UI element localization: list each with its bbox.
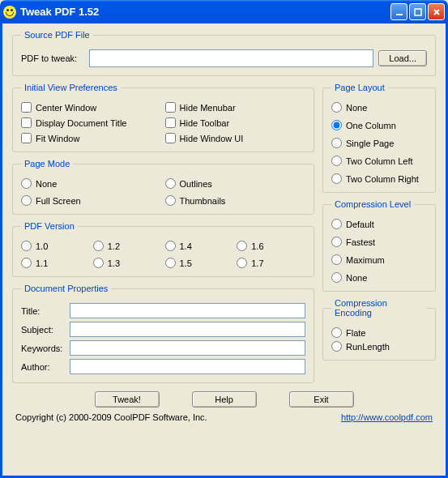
source-legend: Source PDF File <box>21 30 93 40</box>
svg-rect-0 <box>396 14 403 15</box>
hide-menubar-check[interactable]: Hide Menubar <box>165 102 306 113</box>
compression-encoding-legend: Compression Encoding <box>331 298 427 318</box>
action-buttons: Tweak! Help Exit <box>12 391 436 408</box>
svg-rect-1 <box>415 9 421 15</box>
pdf-version-fieldset: PDF Version 1.0 1.2 1.4 1.6 1.1 1.3 1.5 … <box>12 221 314 277</box>
window-title: Tweak PDF 1.52 <box>20 6 390 18</box>
author-input[interactable] <box>70 359 305 374</box>
display-doc-title-checkbox[interactable] <box>21 117 32 128</box>
title-bar: Tweak PDF 1.52 <box>0 0 448 23</box>
hide-menubar-checkbox[interactable] <box>165 102 176 113</box>
pdf-version-14[interactable]: 1.4 <box>165 241 234 251</box>
keywords-label: Keywords: <box>21 344 66 353</box>
pdf-path-input[interactable] <box>89 49 373 67</box>
doc-props-legend: Document Properties <box>21 284 111 293</box>
fit-window-checkbox[interactable] <box>21 133 32 143</box>
page-mode-outlines[interactable]: Outlines <box>165 178 306 189</box>
compression-level-fieldset: Compression Level Default Fastest Maximu… <box>322 199 436 292</box>
display-doc-title-check[interactable]: Display Document Title <box>21 117 162 128</box>
website-link[interactable]: http://www.coolpdf.com <box>341 412 433 422</box>
content-area: Source PDF File PDF to tweak: Load... In… <box>0 23 448 478</box>
source-fieldset: Source PDF File PDF to tweak: Load... <box>12 30 436 76</box>
pdf-version-17[interactable]: 1.7 <box>237 258 305 268</box>
subject-label: Subject: <box>21 325 66 335</box>
hide-window-ui-checkbox[interactable] <box>165 133 176 143</box>
window-buttons <box>390 3 445 20</box>
page-layout-two-right[interactable]: Two Column Right <box>331 173 427 184</box>
pdf-to-tweak-label: PDF to tweak: <box>21 53 84 63</box>
help-button[interactable]: Help <box>192 391 257 408</box>
app-icon <box>3 6 16 19</box>
center-window-check[interactable]: Center Window <box>21 102 162 113</box>
subject-input[interactable] <box>70 322 305 337</box>
page-mode-thumbnails[interactable]: Thumbnails <box>165 195 306 206</box>
close-button[interactable] <box>428 3 445 20</box>
fit-window-check[interactable]: Fit Window <box>21 133 162 143</box>
copyright-text: Copyright (c) 2000-2009 CoolPDF Software… <box>15 412 207 422</box>
initial-view-fieldset: Initial View Preferences Center Window H… <box>12 83 314 152</box>
page-mode-fieldset: Page Mode None Outlines Full Screen Thum… <box>12 159 314 215</box>
comp-enc-flate[interactable]: Flate <box>331 327 427 338</box>
pdf-version-15[interactable]: 1.5 <box>165 258 234 268</box>
title-label: Title: <box>21 306 66 316</box>
keywords-input[interactable] <box>70 340 305 356</box>
hide-toolbar-check[interactable]: Hide Toolbar <box>165 117 306 128</box>
pdf-version-11[interactable]: 1.1 <box>21 258 90 268</box>
doc-props-fieldset: Document Properties Title: Subject: Keyw… <box>12 284 314 383</box>
page-mode-fullscreen[interactable]: Full Screen <box>21 195 162 206</box>
comp-level-fastest[interactable]: Fastest <box>331 237 427 247</box>
page-layout-one-column[interactable]: One Column <box>331 120 427 130</box>
title-input[interactable] <box>70 303 305 318</box>
pdf-version-legend: PDF Version <box>21 221 78 231</box>
hide-window-ui-check[interactable]: Hide Window UI <box>165 133 306 143</box>
footer: Copyright (c) 2000-2009 CoolPDF Software… <box>15 412 433 422</box>
compression-encoding-fieldset: Compression Encoding Flate RunLength <box>322 298 436 361</box>
center-window-checkbox[interactable] <box>21 102 32 113</box>
page-layout-fieldset: Page Layout None One Column Single Page … <box>322 83 436 193</box>
pdf-version-10[interactable]: 1.0 <box>21 241 90 251</box>
minimize-button[interactable] <box>390 3 407 20</box>
page-layout-two-left[interactable]: Two Column Left <box>331 156 427 166</box>
comp-level-none[interactable]: None <box>331 272 427 283</box>
page-layout-single-page[interactable]: Single Page <box>331 138 427 148</box>
pdf-version-12[interactable]: 1.2 <box>93 241 162 251</box>
load-button[interactable]: Load... <box>378 50 427 66</box>
page-mode-legend: Page Mode <box>21 159 73 169</box>
tweak-button[interactable]: Tweak! <box>95 391 160 408</box>
comp-enc-runlength[interactable]: RunLength <box>331 341 427 352</box>
author-label: Author: <box>21 362 66 372</box>
pdf-version-13[interactable]: 1.3 <box>93 258 162 268</box>
compression-level-legend: Compression Level <box>331 199 414 209</box>
maximize-button[interactable] <box>409 3 426 20</box>
ivp-legend: Initial View Preferences <box>21 83 121 92</box>
page-mode-none[interactable]: None <box>21 178 162 189</box>
page-layout-none[interactable]: None <box>331 102 427 113</box>
pdf-version-16[interactable]: 1.6 <box>237 241 305 251</box>
hide-toolbar-checkbox[interactable] <box>165 117 176 128</box>
page-layout-legend: Page Layout <box>331 83 388 92</box>
comp-level-maximum[interactable]: Maximum <box>331 254 427 265</box>
comp-level-default[interactable]: Default <box>331 219 427 229</box>
exit-button[interactable]: Exit <box>289 391 354 408</box>
